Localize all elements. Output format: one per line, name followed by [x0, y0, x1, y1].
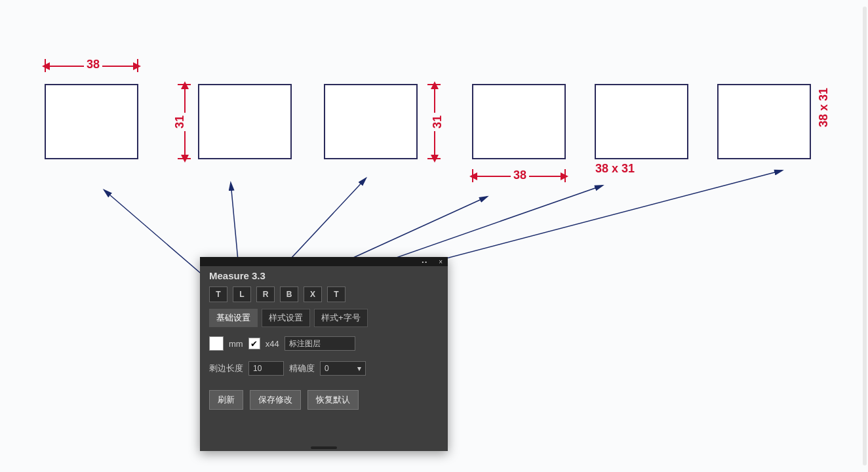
chevron-down-icon: ▾ [357, 364, 361, 373]
scale-label: x44 [266, 339, 279, 349]
color-swatch[interactable] [209, 336, 224, 351]
sample-rect-3 [324, 84, 418, 159]
dim-tick [45, 59, 46, 72]
arrow-icon [42, 62, 50, 70]
tab-row: 基础设置 样式设置 样式+字号 [200, 305, 448, 331]
panel-resize-handle[interactable] [311, 446, 337, 449]
side-length-label: 剩边长度 [209, 363, 243, 374]
sample-rect-4 [472, 84, 566, 159]
dim-size-below: 38 x 31 [595, 162, 635, 176]
refresh-button[interactable]: 刷新 [209, 390, 243, 410]
dim-tick [427, 84, 441, 85]
mode-btn-right[interactable]: R [256, 286, 275, 302]
mode-btn-top[interactable]: T [209, 286, 227, 302]
dim-tick [427, 158, 441, 159]
tab-style[interactable]: 样式设置 [262, 309, 310, 327]
layer-input[interactable] [285, 336, 355, 351]
sample-rect-1 [45, 84, 138, 159]
panel-titlebar[interactable]: •• × [200, 257, 448, 266]
sample-rect-5 [595, 84, 688, 159]
arrow-icon [431, 81, 439, 89]
arrow-icon [181, 81, 189, 89]
canvas-area: 38 31 31 38 38 x 31 38 x 31 •• [0, 0, 868, 472]
dim-tick [178, 84, 191, 85]
dim-tick [137, 59, 138, 72]
mode-button-row: T L R B X T [200, 284, 448, 305]
mode-btn-t2[interactable]: T [327, 286, 345, 302]
sample-rect-6 [717, 84, 811, 159]
panel-title: Measure 3.3 [200, 266, 448, 284]
reset-button[interactable]: 恢复默认 [307, 390, 359, 410]
dim-tick [178, 158, 191, 159]
length-precision-row: 剩边长度 精确度 0 ▾ [200, 356, 448, 381]
sample-rect-2 [198, 84, 292, 159]
mode-btn-left[interactable]: L [233, 286, 251, 302]
precision-label: 精确度 [289, 363, 315, 374]
precision-value: 0 [325, 364, 329, 373]
action-row: 刷新 保存修改 恢复默认 [200, 381, 448, 419]
close-icon[interactable]: × [439, 258, 443, 266]
dim-tick [472, 169, 473, 182]
side-length-input[interactable] [248, 361, 284, 376]
units-row: mm ✔ x44 [200, 331, 448, 356]
mode-btn-x[interactable]: X [304, 286, 322, 302]
dim-size-side: 38 x 31 [817, 88, 831, 127]
precision-select[interactable]: 0 ▾ [320, 361, 366, 376]
dim-width-bottom: 38 [511, 168, 529, 182]
tab-symbol[interactable]: 样式+字号 [314, 309, 368, 327]
dim-height-right: 31 [431, 113, 444, 131]
dim-tick [564, 169, 566, 182]
panel-menu-icon[interactable]: •• [422, 259, 428, 265]
scale-checkbox[interactable]: ✔ [248, 338, 260, 349]
measure-panel[interactable]: •• × Measure 3.3 T L R B X T 基础设置 样式设置 样… [200, 257, 448, 451]
units-label: mm [229, 339, 243, 349]
dim-height-left: 31 [173, 113, 187, 131]
mode-btn-bottom[interactable]: B [280, 286, 298, 302]
save-button[interactable]: 保存修改 [250, 390, 301, 410]
scrollbar-vertical[interactable] [863, 7, 867, 465]
dim-width-top: 38 [84, 58, 102, 71]
arrow-icon [469, 172, 477, 180]
tab-basic[interactable]: 基础设置 [209, 309, 258, 327]
